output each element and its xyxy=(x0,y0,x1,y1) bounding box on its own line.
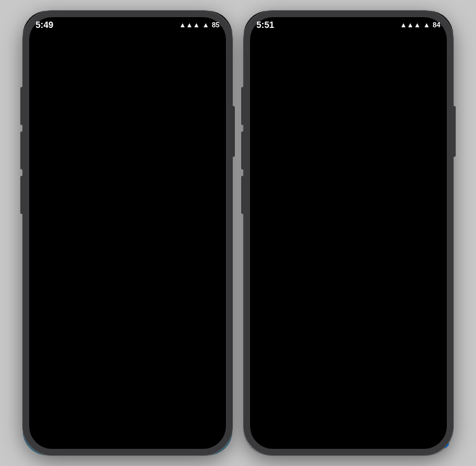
photo-cell[interactable] xyxy=(29,109,77,157)
key-m[interactable]: m xyxy=(403,390,421,416)
key-l[interactable]: l xyxy=(431,361,451,387)
photos-header: Photos Search in App xyxy=(29,162,226,173)
key-d[interactable]: d xyxy=(292,361,312,387)
key-shift[interactable]: ⇧ xyxy=(246,390,272,416)
kb-clear-button[interactable]: ✕ xyxy=(428,311,440,323)
kb-search-text[interactable]: dog xyxy=(315,312,425,322)
key-f[interactable]: f xyxy=(315,361,336,387)
p2-photos-grid: 0:10 xyxy=(250,59,447,157)
key-k[interactable]: k xyxy=(408,361,428,387)
photo-cell[interactable] xyxy=(300,59,348,107)
space-label: space xyxy=(333,430,359,441)
msg-cell-title: Critter Rescue xyxy=(269,182,308,189)
p2-messages-section: Messages Search in App Critter Rescue Br… xyxy=(250,163,447,277)
key-v[interactable]: v xyxy=(340,390,358,416)
search-chip-1: 📷 Photos xyxy=(55,422,98,435)
messages-header: Messages Search in App xyxy=(29,44,226,55)
key-a[interactable]: a xyxy=(246,361,266,387)
status-bar-2: 5:51 ▲▲▲ ▲ 84 xyxy=(244,11,453,39)
key-r[interactable]: r xyxy=(308,332,326,357)
key-b[interactable]: b xyxy=(360,390,379,416)
photo-cell[interactable] xyxy=(399,109,447,157)
key-search[interactable]: search xyxy=(392,422,449,448)
photo-cell[interactable] xyxy=(128,177,176,225)
key-o[interactable]: o xyxy=(413,332,431,357)
key-row-2: a s d f g h j k l xyxy=(246,361,451,387)
photos-title: Photos xyxy=(29,162,63,173)
key-y[interactable]: y xyxy=(350,332,368,357)
photo-cell[interactable] xyxy=(128,109,176,157)
msg-cell[interactable] xyxy=(349,225,447,277)
photo-cell[interactable] xyxy=(79,59,127,107)
key-s[interactable]: s xyxy=(269,361,289,387)
messages-title: Messages xyxy=(29,44,78,55)
photo-cell[interactable] xyxy=(178,177,226,225)
kb-chip: 📷 Photos xyxy=(271,311,312,323)
photo-cell[interactable] xyxy=(178,109,226,157)
search-in-app-icon-2 xyxy=(218,164,226,171)
key-t[interactable]: t xyxy=(329,332,347,357)
search-icon-bottom: 🔍 xyxy=(39,423,50,434)
msg-cell-sub: Br Knowledge xyxy=(269,190,308,196)
key-i[interactable]: i xyxy=(392,332,410,357)
messages-search-in-app[interactable]: Search in App xyxy=(173,46,227,53)
status-icons-2: ▲▲▲ ▲ 84 xyxy=(400,21,440,29)
key-g[interactable]: g xyxy=(338,361,359,387)
photo-cell[interactable] xyxy=(349,59,397,107)
key-w[interactable]: w xyxy=(267,332,284,357)
status-bar-1: 5:49 ▲▲▲ ▲ 85 xyxy=(23,11,232,39)
photo-cell[interactable] xyxy=(29,177,77,225)
p2-messages-search-in-app[interactable]: Search in App xyxy=(394,165,447,173)
photo-cell[interactable] xyxy=(29,59,77,107)
photo-cell[interactable] xyxy=(128,59,176,107)
photo-cell[interactable] xyxy=(79,177,127,225)
key-c[interactable]: c xyxy=(318,390,336,416)
messages-grid: Critter Rescue Br Knowledge xyxy=(250,178,447,277)
status-time-2: 5:51 xyxy=(256,20,274,30)
key-space[interactable]: space xyxy=(304,422,388,448)
photo-cell[interactable] xyxy=(300,109,348,157)
p2-msg-search-icon xyxy=(439,165,447,173)
key-h[interactable]: h xyxy=(362,361,382,387)
msg-cell[interactable]: Similar Web Images Brands xyxy=(349,178,447,223)
photo-cell[interactable]: 0:10 xyxy=(399,59,447,107)
key-row-3: ⇧ z x c v b n m ⌫ xyxy=(246,390,451,416)
key-u[interactable]: u xyxy=(371,332,389,357)
search-bar-bottom-1[interactable]: 🔍 📷 Photos cat ✕ xyxy=(30,415,225,443)
signal-icon-1: ▲▲▲ xyxy=(179,21,200,29)
phone-2-screen: 5:51 ▲▲▲ ▲ 84 Photos Search in App xyxy=(244,11,453,455)
key-numbers[interactable]: 123 xyxy=(248,422,275,448)
phone-2: 5:51 ▲▲▲ ▲ 84 Photos Search in App xyxy=(244,11,453,455)
key-backspace[interactable]: ⌫ xyxy=(425,390,451,416)
kb-search-icon: 🔍 xyxy=(257,312,267,322)
photo-cell[interactable] xyxy=(79,109,127,157)
search-clear-1[interactable]: ✕ xyxy=(204,422,216,435)
photo-cell[interactable] xyxy=(250,59,298,107)
photo-cell[interactable] xyxy=(250,109,298,157)
photo-cell[interactable] xyxy=(178,59,226,107)
key-n[interactable]: n xyxy=(382,390,400,416)
keyboard-search-bar[interactable]: 🔍 📷 Photos dog ✕ xyxy=(251,305,446,328)
photo-cell[interactable] xyxy=(349,109,397,157)
phone-1-screen: 5:49 ▲▲▲ ▲ 85 Messages Search in App xyxy=(23,11,232,455)
screen-content-1: Messages Search in App xyxy=(23,39,232,455)
p2-photos-section: Photos Search in App 0:10 xyxy=(250,44,447,157)
search-key-label: search xyxy=(405,430,435,441)
key-x[interactable]: x xyxy=(297,390,315,416)
photos-search-in-app[interactable]: Search in App xyxy=(173,164,227,171)
search-query-1[interactable]: cat xyxy=(103,423,199,434)
key-row-4: 123 🙂 space search xyxy=(246,422,451,448)
key-j[interactable]: j xyxy=(385,361,405,387)
messages-section: Messages Search in App xyxy=(29,44,226,157)
key-e[interactable]: e xyxy=(288,332,305,357)
msg-cell[interactable]: Br Knowledge Candles Day xyxy=(250,225,348,277)
key-emoji[interactable]: 🙂 xyxy=(275,422,300,448)
key-p[interactable]: p xyxy=(434,332,452,357)
battery-icon-2: 84 xyxy=(433,21,440,29)
msg-cell[interactable]: Critter Rescue Br Knowledge xyxy=(250,178,348,223)
key-z[interactable]: z xyxy=(275,390,294,416)
key-q[interactable]: q xyxy=(246,332,263,357)
home-indicator-1 xyxy=(89,449,166,451)
key-row-1: q w e r t y u i o p xyxy=(246,332,451,357)
p2-photos-search-in-app[interactable]: Search in App xyxy=(394,46,447,53)
